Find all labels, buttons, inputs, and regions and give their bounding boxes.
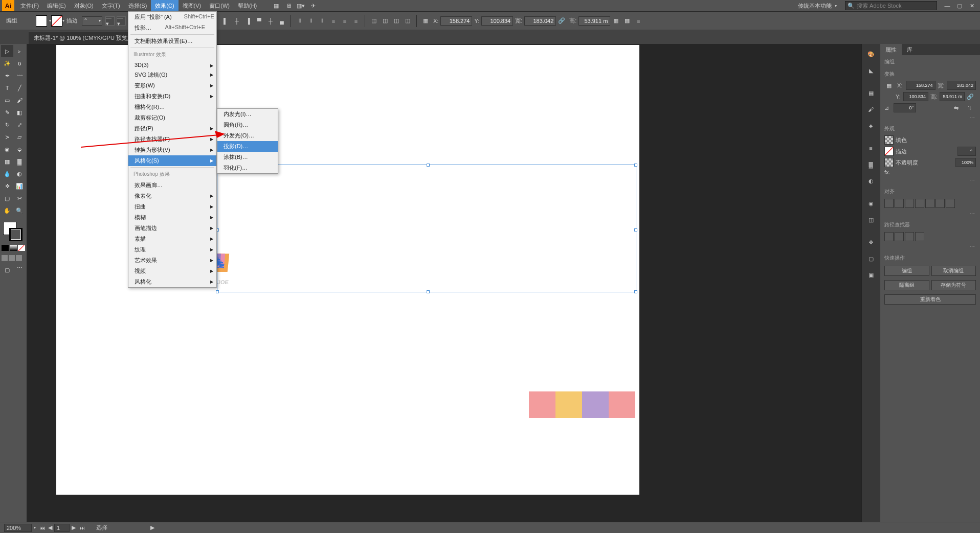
distribute-vb-icon[interactable]: ≡ — [351, 16, 361, 26]
align-hc[interactable] — [895, 199, 904, 208]
appearance-panel-icon[interactable]: ◉ — [864, 196, 878, 211]
layout-icon[interactable]: ▥▾ — [295, 3, 307, 9]
mi-feather[interactable]: 羽化(F)… — [217, 163, 278, 173]
asset-export-icon[interactable]: ▢ — [864, 251, 878, 266]
opacity-label-p[interactable]: 不透明度 — [896, 159, 918, 167]
transparency-panel-icon[interactable]: ◐ — [864, 174, 878, 188]
stroke-weight-field[interactable]: ⌃▾ — [82, 16, 102, 26]
menu-view[interactable]: 视图(V) — [179, 0, 206, 11]
pf-exclude[interactable] — [915, 232, 924, 241]
color-panel-icon[interactable]: 🎨 — [864, 47, 878, 61]
flip-v-icon[interactable]: ⥮ — [965, 103, 974, 112]
mi-crop-marks[interactable]: 裁剪标记(O) — [128, 112, 216, 123]
link-icon[interactable]: 🔗 — [967, 92, 974, 101]
align-l[interactable] — [884, 199, 894, 208]
align-left-icon[interactable]: ▌ — [221, 16, 230, 26]
pathfinder-1-icon[interactable]: ◫ — [369, 16, 378, 26]
prop-w[interactable]: 183.042 — [947, 81, 976, 90]
cloud-icon[interactable]: ✈ — [307, 3, 319, 9]
width-tool[interactable]: ≻ — [1, 131, 13, 143]
mi-pixelate[interactable]: 像素化▶ — [128, 191, 216, 201]
panel-toggle-2[interactable]: ▦ — [622, 16, 632, 26]
eyedropper-tool[interactable]: 💧 — [1, 168, 13, 180]
distribute-vc-icon[interactable]: ≡ — [340, 16, 349, 26]
menu-edit[interactable]: 编辑(E) — [43, 0, 70, 11]
mi-fx-gallery[interactable]: 效果画廊… — [128, 180, 216, 191]
align-hcenter-icon[interactable]: ┼ — [232, 16, 241, 26]
type-tool[interactable]: T — [1, 82, 13, 94]
document-tab[interactable]: 未标题-1* @ 100% (CMYK/GPU 预览) ✕ — [29, 32, 144, 44]
menu-effects[interactable]: 效果(C) — [151, 0, 178, 11]
y-field[interactable]: 100.834 — [481, 16, 513, 26]
mi-pathfinder[interactable]: 路径查找器(F)▶ — [128, 134, 216, 145]
align-r[interactable] — [905, 199, 914, 208]
btn-recolor[interactable]: 重新着色 — [884, 294, 976, 305]
mi-last-effect[interactable]: 投影…Alt+Shift+Ctrl+E — [128, 22, 216, 33]
magic-wand-tool[interactable]: ✨ — [1, 57, 13, 69]
prop-rotation[interactable]: 0° — [894, 103, 916, 112]
tab-libraries[interactable]: 库 — [902, 44, 918, 55]
pf-minus[interactable] — [895, 232, 904, 241]
gradient-tool[interactable]: ▓ — [13, 155, 26, 168]
shape-builder-tool[interactable]: ◉ — [1, 143, 13, 155]
fx-label[interactable]: fx. — [884, 169, 890, 175]
mi-3d[interactable]: 3D(3)▶ — [128, 60, 216, 69]
fill-stroke-control[interactable] — [1, 220, 26, 244]
align-bottom-icon[interactable]: ▄ — [277, 16, 286, 26]
slice-tool[interactable]: ✂ — [13, 192, 26, 204]
stock-search[interactable]: 🔍搜索 Adobe Stock — [845, 1, 937, 10]
stroke-profile[interactable]: —▾ — [105, 16, 115, 26]
menu-help[interactable]: 帮助(H) — [234, 0, 261, 11]
align-right-icon[interactable]: ▐ — [243, 16, 253, 26]
panel-toggle-3[interactable]: ≡ — [634, 16, 643, 26]
mi-raster-settings[interactable]: 文档删格效果设置(E)… — [128, 36, 216, 47]
paintbrush-tool[interactable]: 🖌 — [13, 94, 26, 106]
pen-tool[interactable]: ✒ — [1, 69, 13, 82]
layers-panel-icon[interactable]: ❖ — [864, 235, 878, 249]
gpu-icon[interactable]: 🖥 — [282, 3, 295, 9]
mesh-tool[interactable]: ▦ — [1, 155, 13, 168]
mi-outer-glow[interactable]: 外发光(O)… — [217, 130, 278, 141]
window-close[interactable]: ✕ — [966, 3, 978, 9]
direct-selection-tool[interactable]: ▹ — [13, 45, 26, 57]
brushes-panel-icon[interactable]: 🖌 — [864, 102, 878, 117]
menu-window[interactable]: 窗口(W) — [205, 0, 234, 11]
mi-convert-shape[interactable]: 转换为形状(V)▶ — [128, 145, 216, 155]
stroke-color-box[interactable] — [884, 147, 894, 156]
stroke-label[interactable]: 描边 — [64, 17, 80, 25]
artboards-panel-icon[interactable]: ▣ — [864, 268, 878, 282]
mi-stylize[interactable]: 风格化(S)▶ — [128, 155, 216, 166]
distribute-h-icon[interactable]: ⫴ — [295, 16, 304, 26]
stroke-swatch[interactable] — [51, 15, 62, 27]
selection-bounding-box[interactable] — [217, 165, 636, 292]
mi-distort[interactable]: 扭曲和变换(D)▶ — [128, 91, 216, 102]
scale-tool[interactable]: ⤢ — [13, 119, 26, 131]
rotate-tool[interactable]: ↻ — [1, 119, 13, 131]
stroke-panel-icon[interactable]: ≡ — [864, 141, 878, 155]
panel-toggle-1[interactable]: ▦ — [611, 16, 620, 26]
artboard-prev-icon[interactable]: ◀ — [46, 524, 54, 531]
graphic-styles-icon[interactable]: ◫ — [864, 213, 878, 227]
pathfinder-2-icon[interactable]: ◫ — [381, 16, 390, 26]
align-b[interactable] — [936, 199, 945, 208]
align-dist[interactable] — [946, 199, 955, 208]
arrange-docs-icon[interactable]: ▦ — [270, 3, 282, 9]
gradient-panel-icon[interactable]: ▓ — [864, 157, 878, 172]
color-mode-row[interactable] — [1, 244, 26, 251]
rectangle-tool[interactable]: ▭ — [1, 94, 13, 106]
pf-intersect[interactable] — [905, 232, 914, 241]
screen-mode-tool[interactable]: ▢ — [1, 264, 13, 276]
prop-h[interactable]: 53.911 m — [940, 92, 965, 101]
color-guide-icon[interactable]: ◣ — [864, 63, 878, 78]
artboard-tool[interactable]: ▢ — [1, 192, 13, 204]
mi-scribble[interactable]: 涂抹(B)… — [217, 152, 278, 163]
appearance-more[interactable]: ⋯ — [880, 176, 980, 185]
mi-video[interactable]: 视频▶ — [128, 266, 216, 276]
mi-warp[interactable]: 变形(W)▶ — [128, 80, 216, 91]
h-field[interactable]: 53.911 m — [578, 16, 610, 26]
tab-properties[interactable]: 属性 — [880, 44, 902, 55]
transform-more[interactable]: ⋯ — [880, 113, 980, 122]
transform-ref-icon[interactable]: ▦ — [421, 16, 430, 26]
stroke-weight[interactable]: ⌃ — [957, 147, 976, 156]
prop-y[interactable]: 100.834 — [903, 92, 928, 101]
